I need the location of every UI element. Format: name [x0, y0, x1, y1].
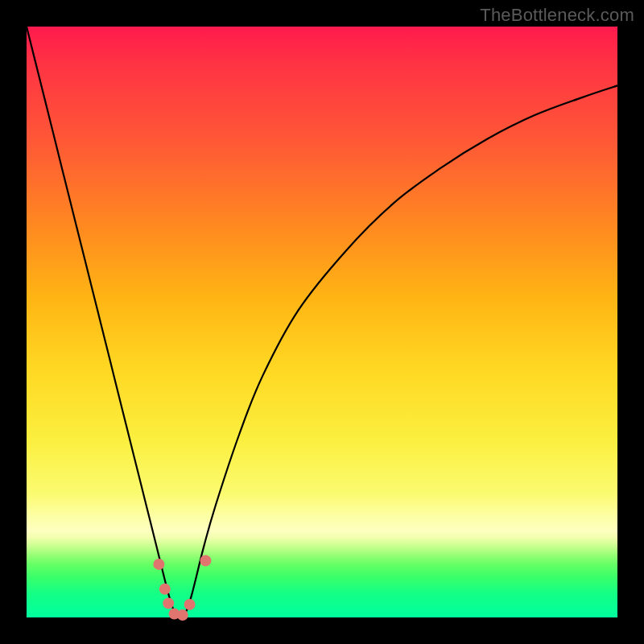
chart-frame: TheBottleneck.com — [0, 0, 644, 644]
curve-layer — [27, 27, 617, 617]
highlight-dot — [200, 555, 211, 567]
plot-area — [27, 27, 617, 617]
watermark-text: TheBottleneck.com — [480, 5, 634, 26]
highlight-dot — [184, 599, 196, 610]
highlight-dots — [153, 555, 211, 621]
highlight-dot — [163, 597, 174, 609]
bottleneck-curve — [27, 27, 617, 617]
highlight-dot — [153, 559, 164, 570]
highlight-dot — [159, 584, 171, 595]
highlight-dot — [177, 609, 188, 621]
